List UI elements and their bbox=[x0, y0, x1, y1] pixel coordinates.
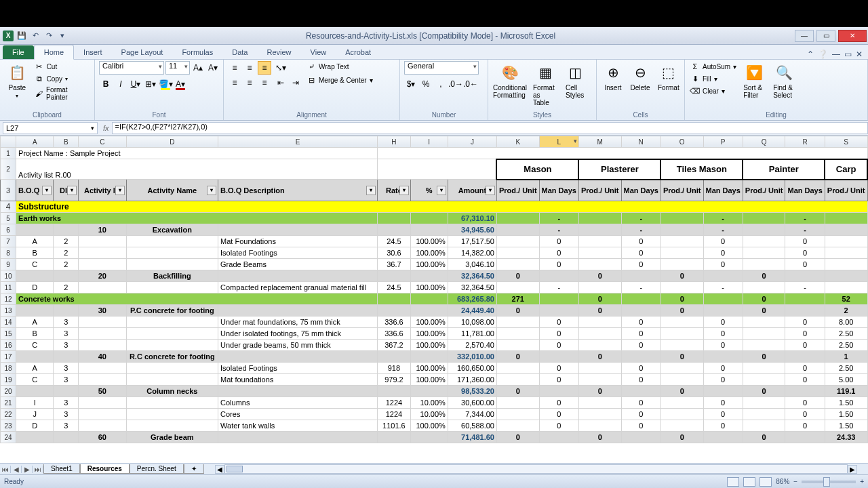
cell[interactable]: 36.7 bbox=[378, 259, 410, 270]
cell[interactable]: Under mat foundations, 75 mm thick bbox=[218, 317, 378, 328]
header-cell[interactable]: Man Days bbox=[785, 180, 825, 201]
cell[interactable]: 98,533.20 bbox=[448, 386, 496, 397]
cell[interactable]: 3 bbox=[54, 374, 79, 386]
cell[interactable]: Mason bbox=[496, 159, 578, 180]
zoom-in-icon[interactable]: + bbox=[860, 478, 864, 485]
cell[interactable]: Isolated Footings bbox=[218, 363, 378, 374]
align-left-icon[interactable]: ≡ bbox=[228, 76, 241, 89]
row-header[interactable]: 14 bbox=[1, 317, 16, 328]
col-header[interactable]: S bbox=[825, 136, 867, 148]
cell[interactable]: 3,046.10 bbox=[448, 259, 496, 270]
doc-restore-icon[interactable]: ▭ bbox=[844, 49, 852, 59]
clear-button[interactable]: ⌫Clear ▾ bbox=[689, 85, 738, 96]
cell[interactable]: 10.00% bbox=[410, 397, 448, 409]
cell[interactable]: 32,364.50 bbox=[448, 270, 496, 282]
cell[interactable]: 24.5 bbox=[378, 236, 410, 247]
cell[interactable]: C bbox=[16, 374, 54, 386]
fx-icon[interactable]: fx bbox=[103, 124, 109, 132]
col-header[interactable]: C bbox=[79, 136, 126, 148]
cell[interactable]: B bbox=[16, 328, 54, 340]
tab-page-layout[interactable]: Page Layout bbox=[112, 45, 173, 59]
header-cell[interactable]: Prod./ Unit bbox=[743, 180, 785, 201]
copy-button[interactable]: ⧉Copy ▾ bbox=[33, 73, 90, 84]
cell[interactable]: 171,360.00 bbox=[448, 374, 496, 386]
cell[interactable]: Water tank walls bbox=[218, 420, 378, 432]
maximize-button[interactable]: ▭ bbox=[816, 30, 835, 42]
cell[interactable]: 160,650.00 bbox=[448, 363, 496, 374]
row-header[interactable]: 18 bbox=[1, 363, 16, 374]
format-painter-button[interactable]: 🖌Format Painter bbox=[33, 85, 90, 102]
cell[interactable]: 10.00% bbox=[410, 409, 448, 420]
cell[interactable]: 100.00% bbox=[410, 420, 448, 432]
col-header[interactable]: P bbox=[703, 136, 743, 148]
cell[interactable]: Painter bbox=[743, 159, 825, 180]
cell[interactable]: Activity list R.00 bbox=[16, 159, 378, 180]
row-header[interactable]: 15 bbox=[1, 328, 16, 340]
cell[interactable]: 40 bbox=[79, 351, 126, 363]
cell[interactable]: 100.00% bbox=[410, 328, 448, 340]
col-header[interactable]: J bbox=[448, 136, 496, 148]
font-name-select[interactable]: Calibri bbox=[99, 61, 164, 75]
comma-icon[interactable]: , bbox=[434, 77, 448, 91]
autosum-button[interactable]: ΣAutoSum ▾ bbox=[689, 61, 738, 72]
row-header[interactable]: 9 bbox=[1, 259, 16, 270]
cell[interactable]: I bbox=[16, 397, 54, 409]
cell[interactable]: A bbox=[16, 236, 54, 247]
cell[interactable]: 683,265.80 bbox=[448, 293, 496, 305]
cell[interactable]: Under grade beams, 50 mm thick bbox=[218, 340, 378, 351]
header-cell[interactable]: B.O.Q Description bbox=[218, 180, 378, 201]
cell[interactable]: 367.2 bbox=[378, 340, 410, 351]
col-header[interactable]: O bbox=[660, 136, 703, 148]
align-center-icon[interactable]: ≡ bbox=[243, 76, 256, 89]
tab-formulas[interactable]: Formulas bbox=[172, 45, 222, 59]
header-cell[interactable]: Man Days bbox=[539, 180, 578, 201]
row-header[interactable]: 5 bbox=[1, 213, 16, 224]
header-cell[interactable]: Prod./ Unit bbox=[496, 180, 539, 201]
row-header[interactable]: 11 bbox=[1, 282, 16, 293]
col-header[interactable]: N bbox=[621, 136, 660, 148]
cell[interactable]: Grade Beams bbox=[218, 259, 378, 270]
cell[interactable]: 30,600.00 bbox=[448, 397, 496, 409]
header-cell[interactable]: B.O.Q Re bbox=[16, 180, 54, 201]
header-cell[interactable]: Prod./ Unit bbox=[578, 180, 621, 201]
row-header[interactable]: 8 bbox=[1, 247, 16, 259]
cell[interactable]: 979.2 bbox=[378, 374, 410, 386]
row-header[interactable]: 20 bbox=[1, 386, 16, 397]
cell[interactable]: 60,588.00 bbox=[448, 420, 496, 432]
cell[interactable]: 1101.6 bbox=[378, 420, 410, 432]
format-cells-button[interactable]: ⬚Format bbox=[655, 61, 682, 93]
col-header[interactable]: D bbox=[126, 136, 218, 148]
cell[interactable]: 3 bbox=[54, 328, 79, 340]
orientation-icon[interactable]: ⤡▾ bbox=[274, 61, 288, 75]
cell[interactable]: A bbox=[16, 317, 54, 328]
cell[interactable]: J bbox=[16, 409, 54, 420]
cell[interactable]: 336.6 bbox=[378, 317, 410, 328]
row-header[interactable]: 19 bbox=[1, 374, 16, 386]
cell[interactable]: Isolated Footings bbox=[218, 247, 378, 259]
tab-review[interactable]: Review bbox=[257, 45, 300, 59]
cell[interactable]: 20 bbox=[79, 270, 126, 282]
sheet-tab[interactable]: Percn. Sheet bbox=[130, 464, 184, 474]
tab-prev-icon[interactable]: ◀ bbox=[11, 466, 22, 473]
cell[interactable]: Cores bbox=[218, 409, 378, 420]
cell[interactable]: 60 bbox=[79, 432, 126, 443]
tab-insert[interactable]: Insert bbox=[74, 45, 112, 59]
cell[interactable]: 100.00% bbox=[410, 317, 448, 328]
row-header[interactable]: 7 bbox=[1, 236, 16, 247]
col-header[interactable]: I bbox=[410, 136, 448, 148]
fill-color-button[interactable]: 🪣▾ bbox=[159, 77, 172, 91]
cell[interactable]: 100.00% bbox=[410, 236, 448, 247]
sheet-tab[interactable]: Sheet1 bbox=[43, 464, 80, 474]
paste-button[interactable]: 📋Paste▾ bbox=[4, 61, 31, 100]
cell[interactable]: 336.6 bbox=[378, 328, 410, 340]
zoom-level[interactable]: 86% bbox=[776, 478, 789, 485]
col-header[interactable]: Q bbox=[743, 136, 785, 148]
cell[interactable]: Columns bbox=[218, 397, 378, 409]
cell[interactable]: D bbox=[16, 282, 54, 293]
cell[interactable]: 30 bbox=[79, 305, 126, 317]
cell[interactable]: 30.6 bbox=[378, 247, 410, 259]
cell[interactable]: 2 bbox=[54, 247, 79, 259]
file-tab[interactable]: File bbox=[3, 45, 34, 59]
header-cell[interactable]: Activity ID bbox=[79, 180, 126, 201]
cell[interactable]: 14,382.00 bbox=[448, 247, 496, 259]
